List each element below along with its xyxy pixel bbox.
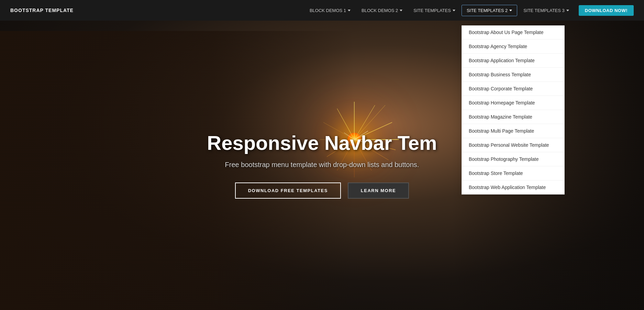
chevron-down-icon — [566, 10, 569, 11]
nav-site-templates[interactable]: SITE TEMPLATES — [409, 5, 460, 16]
nav-site-templates-3-label: SITE TEMPLATES 3 — [523, 8, 564, 13]
nav-block-demos-1[interactable]: BLOCK DEMOS 1 — [305, 5, 355, 16]
hero-title: Responsive Navbar Tem — [207, 132, 437, 154]
nav-site-templates-2-wrapper: SITE TEMPLATES 2 Bootstrap About Us Page… — [462, 5, 517, 16]
nav-site-templates-3[interactable]: SITE TEMPLATES 3 — [519, 5, 574, 16]
nav-block-demos-2-label: BLOCK DEMOS 2 — [362, 8, 398, 13]
navbar: BOOTSTRAP TEMPLATE BLOCK DEMOS 1 BLOCK D… — [0, 0, 644, 21]
dropdown-item[interactable]: Bootstrap Business Template — [462, 68, 564, 82]
dropdown-item[interactable]: Bootstrap Web Application Template — [462, 180, 564, 194]
nav-block-demos-1-label: BLOCK DEMOS 1 — [310, 8, 346, 13]
brand-logo: BOOTSTRAP TEMPLATE — [10, 8, 74, 13]
nav-site-templates-label: SITE TEMPLATES — [413, 8, 451, 13]
chevron-down-icon — [400, 10, 402, 11]
dropdown-item[interactable]: Bootstrap Personal Website Template — [462, 138, 564, 152]
learn-more-button[interactable]: LEARN MORE — [348, 182, 409, 199]
dropdown-item[interactable]: Bootstrap Photography Template — [462, 152, 564, 166]
chevron-down-icon — [348, 10, 351, 11]
dropdown-item[interactable]: Bootstrap Homepage Template — [462, 96, 564, 110]
download-free-templates-button[interactable]: DOWNLOAD FREE TEMPLATES — [235, 182, 341, 199]
chevron-down-icon — [453, 10, 455, 11]
dropdown-item[interactable]: Bootstrap Store Template — [462, 166, 564, 180]
dropdown-item[interactable]: Bootstrap Magazine Template — [462, 110, 564, 124]
dropdown-item[interactable]: Bootstrap Corporate Template — [462, 82, 564, 96]
hero-content: Responsive Navbar Tem Free bootstrap men… — [200, 132, 444, 199]
download-now-button[interactable]: DOWNLOAD NOW! — [579, 5, 634, 16]
hero-buttons: DOWNLOAD FREE TEMPLATES LEARN MORE — [207, 182, 437, 199]
dropdown-menu: Bootstrap About Us Page TemplateBootstra… — [462, 25, 565, 195]
dropdown-item[interactable]: Bootstrap Agency Template — [462, 40, 564, 54]
nav-block-demos-2[interactable]: BLOCK DEMOS 2 — [357, 5, 407, 16]
nav-site-templates-2[interactable]: SITE TEMPLATES 2 — [462, 5, 517, 16]
dropdown-item[interactable]: Bootstrap About Us Page Template — [462, 25, 564, 40]
nav-site-templates-2-label: SITE TEMPLATES 2 — [467, 8, 508, 13]
dropdown-item[interactable]: Bootstrap Application Template — [462, 54, 564, 68]
hero-subtitle: Free bootstrap menu template with drop-d… — [207, 161, 437, 169]
chevron-down-icon — [509, 10, 512, 11]
nav-items: BLOCK DEMOS 1 BLOCK DEMOS 2 SITE TEMPLAT… — [305, 5, 634, 16]
dropdown-item[interactable]: Bootstrap Multi Page Template — [462, 124, 564, 138]
